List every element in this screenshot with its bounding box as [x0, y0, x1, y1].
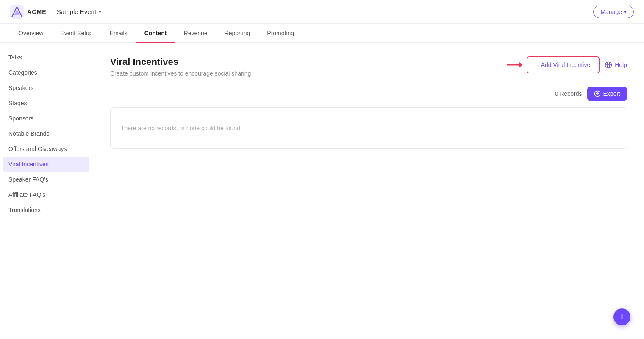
records-bar: 0 Records Export	[110, 87, 627, 101]
logo-icon	[10, 5, 24, 19]
page-header: Viral Incentives Create custom incentive…	[110, 56, 627, 77]
sidebar-item-speakers[interactable]: Speakers	[0, 80, 93, 95]
top-bar: ACME Sample Event ▾ Manage ▾	[0, 0, 644, 24]
manage-button[interactable]: Manage ▾	[593, 6, 634, 18]
logo-text: ACME	[27, 8, 47, 15]
records-count: 0 Records	[555, 90, 582, 97]
sidebar-item-sponsors[interactable]: Sponsors	[0, 111, 93, 126]
sidebar-item-affiliate-faqs[interactable]: Affiliate FAQ's	[0, 187, 93, 202]
sidebar: Talks Categories Speakers Stages Sponsor…	[0, 43, 93, 334]
sidebar-item-speaker-faqs[interactable]: Speaker FAQ's	[0, 172, 93, 187]
tab-promoting[interactable]: Promoting	[258, 24, 303, 42]
tab-emails[interactable]: Emails	[101, 24, 136, 42]
page-title-block: Viral Incentives Create custom incentive…	[110, 56, 251, 77]
tab-overview[interactable]: Overview	[10, 24, 52, 42]
sidebar-item-viral-incentives[interactable]: Viral Incentives	[3, 157, 89, 172]
chevron-down-icon: ▾	[624, 8, 627, 15]
sidebar-item-talks[interactable]: Talks	[0, 50, 93, 65]
tab-event-setup[interactable]: Event Setup	[52, 24, 101, 42]
sidebar-item-stages[interactable]: Stages	[0, 95, 93, 111]
empty-message: There are no records, or none could be f…	[121, 125, 242, 132]
arrow-indicator	[507, 61, 522, 69]
event-name: Sample Event	[57, 8, 96, 15]
export-button[interactable]: Export	[587, 87, 627, 101]
help-button[interactable]: Help	[605, 61, 627, 69]
nav-tabs: Overview Event Setup Emails Content Reve…	[0, 24, 644, 43]
sidebar-item-notable-brands[interactable]: Notable Brands	[0, 126, 93, 141]
add-btn-wrapper: + Add Viral Incentive	[507, 56, 600, 73]
top-bar-left: ACME Sample Event ▾	[10, 5, 105, 19]
logo: ACME	[10, 5, 47, 19]
sidebar-item-translations[interactable]: Translations	[0, 202, 93, 218]
tab-revenue[interactable]: Revenue	[175, 24, 216, 42]
empty-state-box: There are no records, or none could be f…	[110, 107, 627, 149]
add-viral-incentive-button[interactable]: + Add Viral Incentive	[527, 56, 600, 73]
event-selector[interactable]: Sample Event ▾	[53, 6, 105, 17]
sidebar-item-categories[interactable]: Categories	[0, 65, 93, 80]
tab-content[interactable]: Content	[136, 24, 175, 42]
svg-marker-4	[519, 62, 522, 68]
sidebar-item-offers-giveaways[interactable]: Offers and Giveaways	[0, 141, 93, 157]
main-layout: Talks Categories Speakers Stages Sponsor…	[0, 43, 644, 334]
info-bubble[interactable]: i	[613, 308, 630, 325]
chevron-down-icon: ▾	[99, 9, 101, 15]
main-content: Viral Incentives Create custom incentive…	[93, 43, 644, 334]
help-globe-icon	[605, 61, 612, 69]
page-subtitle: Create custom incentives to encourage so…	[110, 70, 251, 77]
page-title: Viral Incentives	[110, 56, 251, 67]
header-actions: + Add Viral Incentive Help	[507, 56, 627, 73]
export-icon	[594, 90, 601, 97]
tab-reporting[interactable]: Reporting	[216, 24, 259, 42]
